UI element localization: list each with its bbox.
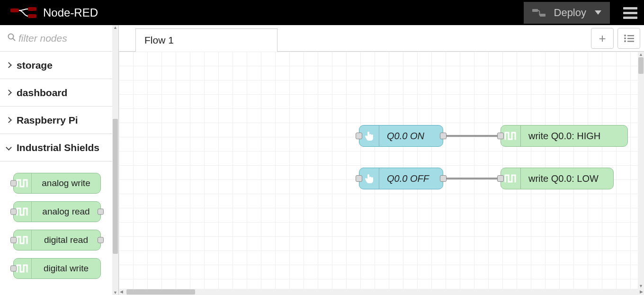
svg-rect-10 <box>627 38 634 39</box>
palette-categories: storagedashboardRaspberry PiIndustrial S… <box>0 52 118 295</box>
svg-rect-12 <box>627 41 634 42</box>
svg-point-11 <box>624 40 626 42</box>
palette-node-label: digital read <box>32 235 100 245</box>
palette-node-digital-read[interactable]: digital read <box>13 230 101 250</box>
search-icon <box>8 33 16 44</box>
node-output-port[interactable] <box>98 209 104 215</box>
svg-rect-1 <box>28 7 36 11</box>
plus-icon: + <box>599 31 606 46</box>
node-input-port[interactable] <box>356 175 362 182</box>
chevron-icon <box>6 62 12 68</box>
signal-wave-icon <box>504 173 518 184</box>
workspace: Flow 1 + Q0.0 ONQ0.0 OFFwrite Q0.0: HIGH… <box>119 25 644 295</box>
scroll-left-icon[interactable]: ◀ <box>120 289 123 294</box>
flow-tabs: Flow 1 + <box>119 25 644 52</box>
signal-wave-icon <box>16 263 29 274</box>
signal-wave-icon <box>16 235 29 245</box>
category-label: Raspberry Pi <box>17 115 78 126</box>
node-red-logo-icon <box>10 7 36 18</box>
svg-rect-8 <box>627 35 634 36</box>
flow-node-label: write Q0.0: LOW <box>521 173 606 184</box>
node-output-port[interactable] <box>98 237 104 243</box>
svg-rect-4 <box>540 14 546 17</box>
svg-point-9 <box>624 37 626 39</box>
svg-point-7 <box>624 35 626 36</box>
canvas-v-thumb[interactable] <box>638 57 644 74</box>
canvas-h-scrollbar[interactable]: ◀ ▶ <box>119 289 644 295</box>
svg-point-5 <box>9 34 14 39</box>
flow-node-inject-on[interactable]: Q0.0 ON <box>359 125 443 147</box>
app-title: Node-RED <box>43 6 98 19</box>
node-input-port[interactable] <box>356 133 362 139</box>
palette-search-input[interactable] <box>18 33 114 44</box>
category-label: Industrial Shields <box>17 142 99 153</box>
palette-scrollbar-thumb[interactable] <box>113 119 118 254</box>
palette-node-label: analog write <box>32 178 100 188</box>
chevron-icon <box>6 144 12 151</box>
palette-category-body: analog writeanalog readdigital readdigit… <box>0 161 118 295</box>
list-flows-button[interactable] <box>617 28 640 49</box>
node-input-port[interactable] <box>10 266 17 272</box>
palette-node-digital-write[interactable]: digital write <box>13 258 101 279</box>
node-input-port[interactable] <box>10 209 17 215</box>
signal-wave-icon <box>501 125 521 146</box>
deploy-label: Deploy <box>554 7 586 19</box>
chevron-icon <box>6 89 12 96</box>
hamburger-icon <box>623 7 637 18</box>
palette-node-label: digital write <box>32 263 100 274</box>
deploy-button[interactable]: Deploy <box>524 2 610 24</box>
node-output-port[interactable] <box>440 175 447 182</box>
flow-node-write-low[interactable]: write Q0.0: LOW <box>501 168 614 189</box>
tab-label: Flow 1 <box>144 35 174 46</box>
inject-hand-icon <box>364 130 375 142</box>
inject-icon <box>359 125 379 146</box>
palette-category-storage[interactable]: storage <box>0 52 118 79</box>
inject-hand-icon <box>364 173 375 184</box>
flow-canvas[interactable]: Q0.0 ONQ0.0 OFFwrite Q0.0: HIGHwrite Q0.… <box>119 52 644 295</box>
flow-node-label: Q0.0 ON <box>379 131 432 142</box>
scroll-down-icon[interactable]: ▼ <box>639 284 643 288</box>
node-output-port[interactable] <box>440 133 447 139</box>
node-input-port[interactable] <box>497 133 504 139</box>
flow-node-inject-off[interactable]: Q0.0 OFF <box>359 168 443 189</box>
scroll-right-icon[interactable]: ▶ <box>640 289 643 294</box>
app-header: Node-RED Deploy <box>0 0 644 25</box>
palette-category-raspberry-pi[interactable]: Raspberry Pi <box>0 107 118 134</box>
deploy-icon <box>532 8 546 18</box>
palette-category-industrial-shields[interactable]: Industrial Shields <box>0 134 118 161</box>
palette-node-analog-read[interactable]: analog read <box>13 201 101 222</box>
palette-node-analog-write[interactable]: analog write <box>13 173 101 194</box>
inject-icon <box>359 168 379 189</box>
main-menu-button[interactable] <box>623 7 637 18</box>
palette-sidebar: storagedashboardRaspberry PiIndustrial S… <box>0 25 119 295</box>
app-logo: Node-RED <box>10 6 98 19</box>
node-input-port[interactable] <box>10 237 17 243</box>
svg-rect-3 <box>532 9 538 12</box>
palette-category-dashboard[interactable]: dashboard <box>0 79 118 107</box>
signal-wave-icon <box>16 178 29 188</box>
palette-scrollbar[interactable]: ▲ ▼ <box>112 25 118 295</box>
flow-node-write-high[interactable]: write Q0.0: HIGH <box>501 125 628 147</box>
add-flow-button[interactable]: + <box>591 28 614 49</box>
chevron-icon <box>6 117 12 123</box>
flow-node-label: write Q0.0: HIGH <box>521 131 608 142</box>
signal-wave-icon <box>16 206 29 217</box>
svg-line-6 <box>13 38 15 41</box>
category-label: dashboard <box>17 87 67 98</box>
deploy-caret-icon[interactable] <box>595 10 601 15</box>
flow-node-label: Q0.0 OFF <box>379 173 437 184</box>
canvas-h-thumb[interactable] <box>126 289 195 295</box>
svg-rect-2 <box>28 14 36 18</box>
scroll-down-icon[interactable]: ▼ <box>113 290 117 295</box>
category-label: storage <box>17 60 53 71</box>
canvas-v-scrollbar[interactable]: ▲ ▼ <box>638 52 644 289</box>
svg-rect-0 <box>10 9 19 12</box>
signal-wave-icon <box>504 131 518 141</box>
node-input-port[interactable] <box>10 180 17 187</box>
signal-wave-icon <box>501 168 521 189</box>
palette-node-label: analog read <box>32 206 100 217</box>
node-input-port[interactable] <box>497 175 504 182</box>
scroll-up-icon[interactable]: ▲ <box>639 52 643 57</box>
tab-flow-1[interactable]: Flow 1 <box>135 28 277 52</box>
scroll-up-icon[interactable]: ▲ <box>113 25 117 30</box>
